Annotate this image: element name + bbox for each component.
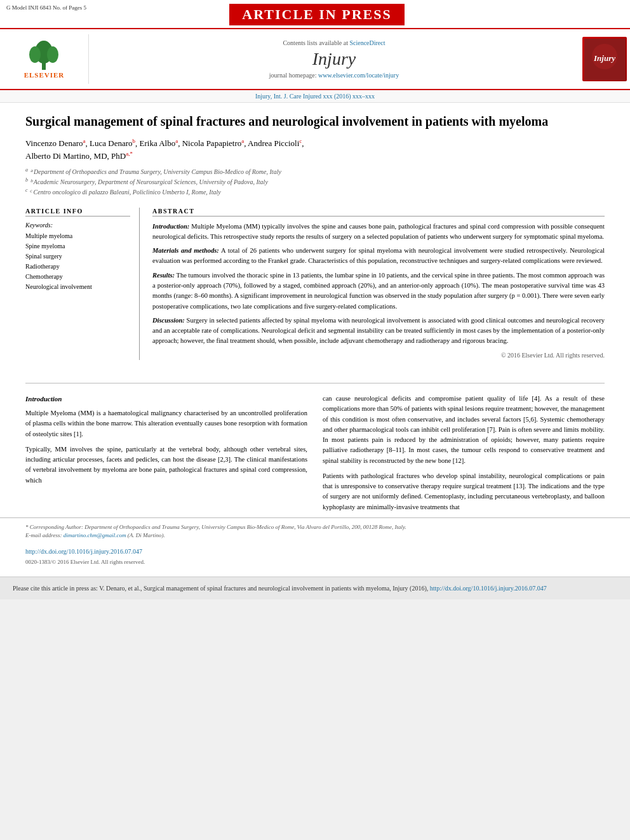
journal-header: ELSEVIER Contents lists available at Sci…	[0, 29, 630, 90]
elsevier-logo-area: ELSEVIER	[0, 34, 89, 84]
keyword-5: Chemotherapy	[25, 272, 130, 282]
body-right-col: can cause neurological deficits and comp…	[323, 394, 605, 517]
intro-section-title: Introduction	[25, 394, 307, 404]
top-banner: G Model INJI 6843 No. of Pages 5 ARTICLE…	[0, 0, 630, 29]
journal-homepage: journal homepage: www.elsevier.com/locat…	[269, 72, 399, 79]
article-info-heading: ARTICLE INFO	[25, 208, 130, 217]
svg-text:Injury: Injury	[593, 53, 615, 63]
body-para-1: Multiple Myeloma (MM) is a haematologica…	[25, 408, 307, 439]
main-content: Surgical management of spinal fractures …	[0, 103, 630, 373]
keyword-2: Spine myeloma	[25, 241, 130, 251]
body-text-section: Introduction Multiple Myeloma (MM) is a …	[0, 394, 630, 517]
homepage-link[interactable]: www.elsevier.com/locate/injury	[318, 72, 399, 79]
paper-title: Surgical management of spinal fractures …	[25, 113, 605, 130]
injury-badge-area: Injury	[579, 34, 630, 84]
svg-point-2	[29, 46, 41, 63]
journal-center-info: Contents lists available at ScienceDirec…	[89, 34, 579, 84]
keyword-3: Spinal surgery	[25, 251, 130, 262]
body-para-3: can cause neurological deficits and comp…	[323, 394, 605, 466]
abstract-text: Introduction: Multiple Myeloma (MM) typi…	[152, 222, 605, 360]
article-info-col: ARTICLE INFO Keywords: Multiple myeloma …	[25, 208, 140, 360]
abstract-methods: Materials and methods: A total of 26 pat…	[152, 246, 605, 267]
gmodel-info: G Model INJI 6843 No. of Pages 5	[6, 4, 86, 12]
email-line: E-mail address: dimartino.chm@gmail.com …	[25, 531, 605, 540]
section-divider	[25, 383, 605, 383]
body-para-2: Typically, MM involves the spine, partic…	[25, 444, 307, 486]
email-link[interactable]: dimartino.chm@gmail.com	[64, 532, 126, 538]
bottom-doi: http://dx.doi.org/10.1016/j.injury.2016.…	[0, 545, 630, 557]
body-left-col: Introduction Multiple Myeloma (MM) is a …	[25, 394, 307, 517]
keyword-1: Multiple myeloma	[25, 231, 130, 241]
citation-bar: Please cite this article in press as: V.…	[0, 577, 630, 599]
elsevier-tree-icon	[28, 39, 60, 71]
page: G Model INJI 6843 No. of Pages 5 ARTICLE…	[0, 0, 630, 599]
keyword-6: Neurological involvement	[25, 282, 130, 292]
sciencedirect-link[interactable]: ScienceDirect	[349, 39, 385, 46]
affiliations: a ᵃ Department of Orthopaedics and Traum…	[25, 166, 605, 197]
doi-line: Injury, Int. J. Care Injured xxx (2016) …	[0, 90, 630, 103]
journal-title: Injury	[312, 49, 356, 69]
abstract-intro: Introduction: Multiple Myeloma (MM) typi…	[152, 222, 605, 243]
abstract-col: ABSTRACT Introduction: Multiple Myeloma …	[152, 208, 605, 360]
keywords-label: Keywords:	[25, 222, 130, 229]
footnote-area: * Corresponding Author: Department of Or…	[0, 517, 630, 545]
keyword-4: Radiotherapy	[25, 262, 130, 272]
bottom-copyright: 0020-1383/© 2016 Elsevier Ltd. All right…	[0, 557, 630, 570]
doi-link[interactable]: http://dx.doi.org/10.1016/j.injury.2016.…	[25, 548, 142, 555]
body-para-4: Patients with pathological fractures who…	[323, 471, 605, 512]
svg-point-3	[47, 46, 58, 63]
article-info-abstract-section: ARTICLE INFO Keywords: Multiple myeloma …	[25, 208, 605, 360]
abstract-discussion: Discussion: Surgery in selected patients…	[152, 316, 605, 347]
contents-line: Contents lists available at ScienceDirec…	[283, 39, 385, 46]
abstract-results: Results: The tumours involved the thorac…	[152, 270, 605, 312]
abstract-copyright: © 2016 Elsevier Ltd. All rights reserved…	[152, 350, 605, 361]
corresponding-author: * Corresponding Author: Department of Or…	[25, 523, 605, 532]
authors-line: Vincenzo Denaroa, Luca Denarob, Erika Al…	[25, 137, 605, 163]
elsevier-wordmark: ELSEVIER	[24, 71, 65, 79]
article-in-press-badge: ARTICLE IN PRESS	[229, 4, 404, 25]
citation-doi-link[interactable]: http://dx.doi.org/10.1016/j.injury.2016.…	[430, 585, 547, 592]
injury-badge-graphic: Injury	[584, 39, 626, 80]
abstract-heading: ABSTRACT	[152, 208, 605, 217]
injury-logo-badge: Injury	[582, 37, 627, 81]
